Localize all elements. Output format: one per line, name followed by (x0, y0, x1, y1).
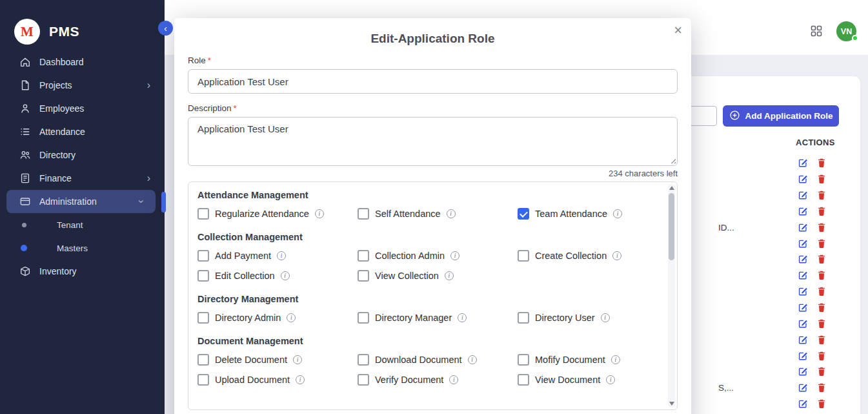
checkbox[interactable] (518, 208, 529, 220)
sidebar-item-inventory[interactable]: Inventory (0, 260, 165, 283)
delete-icon[interactable] (816, 382, 827, 393)
permission-option-directory-admin[interactable]: Directory Admini (197, 311, 358, 324)
permission-option-self-attendance[interactable]: Self Attendancei (358, 207, 518, 220)
sidebar-item-directory[interactable]: Directory (0, 143, 165, 167)
sidebar-item-projects[interactable]: Projects› (0, 74, 165, 97)
checkbox[interactable] (518, 374, 529, 386)
apps-grid-icon[interactable] (810, 25, 823, 37)
info-icon[interactable]: i (606, 375, 615, 384)
delete-icon[interactable] (816, 222, 827, 233)
checkbox[interactable] (197, 270, 209, 282)
permission-option-directory-manager[interactable]: Directory Manageri (358, 311, 518, 324)
permission-option-mofify-document[interactable]: Mofify Documenti (518, 353, 663, 366)
delete-icon[interactable] (816, 398, 827, 409)
permission-option-create-collection[interactable]: Create Collectioni (518, 249, 663, 262)
role-input[interactable] (188, 69, 678, 94)
info-icon[interactable]: i (296, 375, 305, 384)
info-icon[interactable]: i (315, 209, 324, 218)
close-icon[interactable]: × (674, 22, 682, 39)
edit-icon[interactable] (798, 206, 808, 216)
info-icon[interactable]: i (445, 271, 454, 280)
checkbox[interactable] (358, 208, 369, 220)
delete-icon[interactable] (816, 366, 827, 377)
delete-icon[interactable] (816, 351, 827, 361)
permission-option-regularize-attendance[interactable]: Regularize Attendancei (197, 207, 358, 220)
info-icon[interactable]: i (450, 251, 459, 260)
delete-icon[interactable] (816, 238, 827, 249)
delete-icon[interactable] (816, 335, 827, 345)
delete-icon[interactable] (816, 270, 827, 280)
permission-option-directory-user[interactable]: Directory Useri (518, 311, 663, 324)
edit-icon[interactable] (798, 174, 808, 184)
checkbox[interactable] (518, 354, 529, 366)
info-icon[interactable]: i (293, 355, 302, 364)
add-application-role-button[interactable]: Add Application Role (723, 105, 839, 127)
permission-option-team-attendance[interactable]: Team Attendancei (518, 207, 663, 220)
checkbox[interactable] (197, 312, 209, 324)
checkbox[interactable] (358, 250, 369, 262)
edit-icon[interactable] (798, 382, 808, 393)
scroll-down-icon[interactable] (669, 402, 674, 406)
sidebar-item-attendance[interactable]: Attendance (0, 120, 165, 143)
info-icon[interactable]: i (277, 251, 286, 260)
delete-icon[interactable] (816, 174, 827, 184)
checkbox[interactable] (358, 374, 369, 386)
edit-icon[interactable] (798, 335, 808, 345)
edit-icon[interactable] (798, 254, 808, 264)
info-icon[interactable]: i (613, 209, 622, 218)
sidebar-item-finance[interactable]: Finance› (0, 167, 165, 190)
permission-option-download-document[interactable]: Download Documenti (358, 353, 518, 366)
info-icon[interactable]: i (612, 251, 621, 260)
info-icon[interactable]: i (447, 209, 456, 218)
checkbox[interactable] (518, 250, 529, 262)
checkbox[interactable] (358, 270, 369, 282)
delete-icon[interactable] (816, 158, 827, 168)
sidebar-item-administration[interactable]: Administration› (6, 190, 156, 213)
info-icon[interactable]: i (611, 355, 620, 364)
edit-icon[interactable] (798, 270, 808, 280)
sidebar-item-employees[interactable]: Employees (0, 97, 165, 120)
edit-icon[interactable] (798, 286, 808, 296)
checkbox[interactable] (197, 208, 209, 220)
delete-icon[interactable] (816, 302, 827, 313)
sidebar-subitem-masters[interactable]: Masters (0, 236, 165, 260)
edit-icon[interactable] (798, 351, 808, 361)
permission-option-view-document[interactable]: View Documenti (518, 373, 663, 386)
permission-option-delete-document[interactable]: Delete Documenti (197, 353, 358, 366)
delete-icon[interactable] (816, 254, 827, 264)
info-icon[interactable]: i (601, 313, 610, 322)
checkbox[interactable] (518, 312, 529, 324)
checkbox[interactable] (197, 354, 209, 366)
permission-option-add-payment[interactable]: Add Paymenti (197, 249, 358, 262)
delete-icon[interactable] (816, 206, 827, 216)
sidebar-subitem-tenant[interactable]: Tenant (0, 213, 165, 236)
scroll-up-icon[interactable] (669, 186, 674, 190)
permission-option-collection-admin[interactable]: Collection Admini (358, 249, 518, 262)
permission-option-view-collection[interactable]: View Collectioni (358, 269, 518, 282)
checkbox[interactable] (197, 374, 209, 386)
permission-option-edit-collection[interactable]: Edit Collectioni (197, 269, 358, 282)
edit-icon[interactable] (798, 190, 808, 200)
info-icon[interactable]: i (468, 355, 477, 364)
scrollbar[interactable] (668, 184, 675, 408)
sidebar-collapse-button[interactable]: ‹ (158, 21, 173, 36)
checkbox[interactable] (358, 354, 369, 366)
info-icon[interactable]: i (281, 271, 290, 280)
checkbox[interactable] (197, 250, 209, 262)
scrollbar-thumb[interactable] (669, 193, 674, 260)
info-icon[interactable]: i (458, 313, 467, 322)
delete-icon[interactable] (816, 318, 827, 329)
info-icon[interactable]: i (287, 313, 296, 322)
edit-icon[interactable] (798, 238, 808, 249)
edit-icon[interactable] (798, 222, 808, 233)
edit-icon[interactable] (798, 398, 808, 409)
permission-option-verify-document[interactable]: Verify Documenti (358, 373, 518, 386)
edit-icon[interactable] (798, 366, 808, 377)
sidebar-item-dashboard[interactable]: Dashboard (0, 50, 165, 74)
permission-option-upload-document[interactable]: Upload Documenti (197, 373, 358, 386)
delete-icon[interactable] (816, 190, 827, 200)
edit-icon[interactable] (798, 158, 808, 168)
delete-icon[interactable] (816, 286, 827, 296)
checkbox[interactable] (358, 312, 369, 324)
edit-icon[interactable] (798, 318, 808, 329)
